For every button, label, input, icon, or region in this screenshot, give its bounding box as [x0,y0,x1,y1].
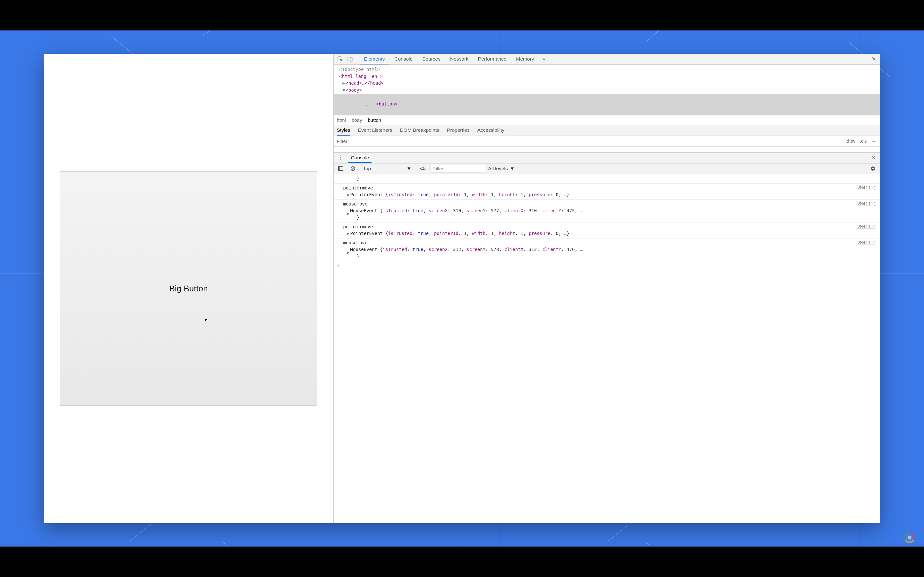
styles-filter-input[interactable] [337,139,843,144]
more-tabs-icon[interactable]: » [540,55,548,63]
subtab-dom-breakpoints[interactable]: DOM Breakpoints [400,127,439,133]
dom-body-open[interactable]: <body> [346,87,362,93]
console-drawer-header: ⋮ Console ✕ [334,153,880,163]
dom-ellipsis: … [360,101,373,108]
live-expression-icon[interactable] [418,164,427,173]
breadcrumb: html body button [334,115,880,125]
subtab-properties[interactable]: Properties [447,127,470,133]
big-button[interactable]: Big Button ➤ [60,171,317,406]
cursor-icon: ➤ [203,316,208,322]
breadcrumb-button[interactable]: button [368,117,381,123]
dom-tree[interactable]: <!doctype html> <html lang="en"> ▶<head>… [334,65,880,115]
breadcrumb-html[interactable]: html [337,117,346,123]
execution-context-select[interactable]: top ▼ [360,163,415,174]
inspect-element-icon[interactable] [336,55,344,63]
tab-performance[interactable]: Performance [473,54,511,64]
devtools-panel: Elements Console Sources Network Perform… [333,54,880,523]
tab-memory[interactable]: Memory [512,54,539,64]
tab-sources[interactable]: Sources [418,54,445,64]
log-mousemove-1[interactable]: VM411:1 mousemove ▶MouseEvent {isTrusted… [334,200,880,222]
big-button-label: Big Button [170,284,208,293]
breadcrumb-body[interactable]: body [352,117,362,123]
log-pointermove-1[interactable]: VM411:1 pointermove ▶PointerEvent {isTru… [334,184,880,200]
tab-network[interactable]: Network [446,54,473,64]
svg-line-6 [352,167,354,170]
tab-elements[interactable]: Elements [360,54,389,64]
console-settings-icon[interactable] [869,164,877,173]
console-filter-input[interactable] [431,165,485,172]
close-devtools-icon[interactable]: ✕ [869,55,878,63]
svg-rect-2 [350,58,352,61]
log-event-name: mousemove [343,239,877,246]
log-levels-label: All levels [488,166,508,171]
console-prompt[interactable]: › [334,261,880,270]
log-source-link[interactable]: VM411:1 [857,223,876,230]
browser-window: Big Button ➤ Elements C [44,54,880,523]
dom-html-open[interactable]: <html lang="en"> [339,74,383,79]
clear-console-icon[interactable] [349,164,357,173]
chrome-logo-icon [904,532,915,543]
execution-context-value: top [364,166,371,171]
console-toolbar: top ▼ All levels ▼ [334,163,880,174]
log-event-name: mousemove [343,201,877,207]
console-drawer-tab[interactable]: Console [349,153,372,163]
console-log-body[interactable]: } VM411:1 pointermove ▶PointerEvent {isT… [334,174,880,523]
dom-head[interactable]: <head> [346,81,362,85]
tab-console[interactable]: Console [390,54,417,64]
chevron-down-icon: ▼ [407,166,411,171]
kebab-menu-icon[interactable]: ⋮ [859,55,869,63]
log-event-name: pointermove [343,223,877,230]
dom-doctype: <!doctype html> [339,67,380,72]
log-source-link[interactable]: VM411:1 [857,239,876,246]
styles-tabbar: Styles Event Listeners DOM Breakpoints P… [334,125,880,136]
log-trailing-brace: } [334,174,880,184]
console-kebab-icon[interactable]: ⋮ [336,153,345,162]
log-event-name: pointermove [343,185,877,191]
new-style-rule-icon[interactable]: ＋ [871,137,877,145]
log-mousemove-2[interactable]: VM411:1 mousemove ▶MouseEvent {isTrusted… [334,239,880,261]
text-caret [342,263,342,268]
log-pointermove-2[interactable]: VM411:1 pointermove ▶PointerEvent {isTru… [334,222,880,239]
hov-toggle[interactable]: :hov [847,139,855,143]
cls-toggle[interactable]: .cls [860,139,867,143]
console-sidebar-toggle-icon[interactable] [336,164,345,173]
subtab-styles[interactable]: Styles [337,127,351,135]
device-toolbar-icon[interactable] [345,55,354,63]
subtab-event-listeners[interactable]: Event Listeners [358,127,393,133]
devtools-tabbar: Elements Console Sources Network Perform… [334,54,880,65]
styles-body [334,147,880,153]
console-close-icon[interactable]: ✕ [869,153,877,162]
subtab-accessibility[interactable]: Accessibility [477,127,504,133]
dom-button-open[interactable]: <button> [376,101,397,106]
prompt-caret-icon: › [337,262,339,269]
log-source-link[interactable]: VM411:1 [857,201,876,207]
chevron-down-icon: ▼ [510,166,515,171]
styles-filter-row: :hov .cls ＋ [334,136,880,147]
log-source-link[interactable]: VM411:1 [857,185,876,191]
svg-rect-3 [338,167,343,171]
page-viewport: Big Button ➤ [44,54,333,523]
log-levels-select[interactable]: All levels ▼ [488,166,515,171]
